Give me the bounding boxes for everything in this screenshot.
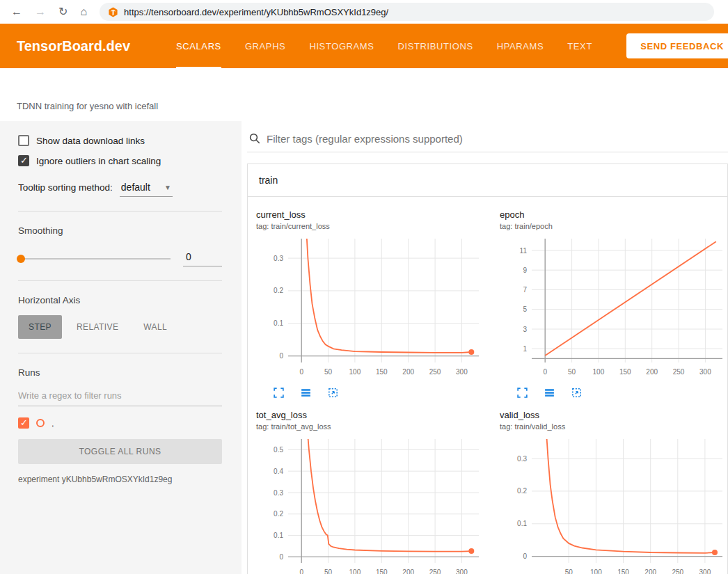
ignore-outliers-checkbox[interactable]: Ignore outliers in chart scaling [18,155,222,166]
svg-text:100: 100 [590,568,602,574]
back-icon[interactable]: ← [11,6,22,17]
svg-text:50: 50 [568,368,576,376]
filter-tags-row [247,132,728,152]
reload-icon[interactable]: ↻ [58,6,68,17]
tab-histograms[interactable]: HISTOGRAMS [309,24,374,68]
fit-domain-icon[interactable] [571,387,583,399]
svg-text:0: 0 [523,552,527,560]
runs-table-icon[interactable] [300,387,312,399]
svg-text:0.3: 0.3 [274,489,283,497]
scalars-main: train current_losstag: train/current_los… [242,121,728,574]
scalar-chart-card: epochtag: train/epoch0501001502002503001… [496,205,728,404]
tooltip-sorting-label: Tooltip sorting method: [18,182,113,193]
experiment-description: TDNN training for yesno with icefall [0,68,728,121]
horizontal-axis-buttons: STEPRELATIVEWALL [18,315,222,339]
tab-graphs[interactable]: GRAPHS [245,24,286,68]
expand-chart-icon[interactable] [516,387,528,399]
fit-domain-icon[interactable] [327,387,339,399]
axis-button-relative[interactable]: RELATIVE [66,315,129,339]
tab-scalars[interactable]: SCALARS [176,24,221,68]
svg-text:0: 0 [279,553,283,561]
checkbox-checked-icon [18,155,29,166]
line-chart[interactable]: 0501001502002503001357911 [500,233,728,382]
smoothing-slider[interactable] [18,258,171,260]
svg-text:0.3: 0.3 [517,455,527,463]
filter-tags-input[interactable] [267,133,728,145]
svg-text:250: 250 [673,368,685,376]
svg-text:250: 250 [429,568,441,574]
content-row: Show data download links Ignore outliers… [0,121,728,574]
svg-text:300: 300 [699,368,711,376]
svg-text:100: 100 [349,568,361,574]
axis-button-wall[interactable]: WALL [133,315,177,339]
tag-group-title[interactable]: train [248,164,727,197]
send-feedback-button[interactable]: SEND FEEDBACK [626,33,728,58]
divider [18,353,222,353]
svg-text:0.5: 0.5 [274,446,283,454]
svg-text:0: 0 [299,368,303,376]
svg-text:150: 150 [376,568,388,574]
scalar-chart-card: valid_losstag: train/valid_loss501001502… [496,406,728,574]
svg-text:200: 200 [402,368,414,376]
svg-text:0.2: 0.2 [517,487,527,495]
run-checkbox-checked-icon [18,417,29,429]
svg-text:7: 7 [523,286,527,294]
run-color-circle-icon [36,419,45,427]
svg-text:5: 5 [523,305,527,313]
tab-distributions[interactable]: DISTRIBUTIONS [398,24,473,68]
svg-text:100: 100 [349,368,361,376]
run-row[interactable]: . [18,417,222,429]
svg-text:200: 200 [646,368,658,376]
tag-group-card: train current_losstag: train/current_los… [247,164,728,574]
divider [18,280,222,281]
chart-tag: tag: train/tot_avg_loss [256,422,486,431]
line-chart[interactable]: 05010015020025030000.10.20.3 [256,233,486,382]
svg-text:1: 1 [523,345,527,353]
line-chart[interactable]: 5010015020025030000.10.20.3 [500,433,728,574]
address-bar[interactable]: https://tensorboard.dev/experiment/yKUbh… [100,3,714,21]
tooltip-sorting-dropdown[interactable]: default ▼ [120,182,173,197]
svg-text:300: 300 [456,368,468,376]
axis-button-step[interactable]: STEP [18,315,62,339]
smoothing-slider-row: 0 [18,251,222,266]
divider [18,211,222,212]
tab-hparams[interactable]: HPARAMS [497,24,544,68]
svg-text:0.1: 0.1 [274,532,283,539]
svg-text:0.4: 0.4 [274,468,283,475]
scalar-chart-card: tot_avg_losstag: train/tot_avg_loss05010… [252,406,486,574]
svg-text:11: 11 [520,247,528,255]
svg-text:300: 300 [699,568,711,574]
svg-text:150: 150 [376,368,388,376]
svg-text:3: 3 [523,326,527,333]
checkbox-unchecked-icon [18,135,29,146]
settings-sidebar: Show data download links Ignore outliers… [0,121,242,574]
forward-icon[interactable]: → [35,6,46,17]
runs-table-icon[interactable] [544,387,555,399]
svg-text:200: 200 [644,568,656,574]
smoothing-value[interactable]: 0 [183,251,222,266]
tab-text[interactable]: TEXT [567,24,592,68]
svg-text:0: 0 [279,352,283,360]
runs-filter-input[interactable] [18,386,222,406]
show-download-links-label: Show data download links [36,136,145,146]
svg-text:200: 200 [402,568,414,574]
expand-chart-icon[interactable] [273,387,285,399]
svg-text:9: 9 [523,266,527,274]
svg-text:0.2: 0.2 [274,510,283,518]
svg-text:0: 0 [299,568,303,574]
slider-thumb[interactable] [17,255,25,263]
runs-label: Runs [18,367,222,378]
chart-tag: tag: train/epoch [500,222,728,230]
line-chart[interactable]: 05010015020025030000.10.20.30.40.5 [256,433,486,574]
tensorboard-logo[interactable]: TensorBoard.dev [17,38,130,54]
svg-text:300: 300 [456,568,468,574]
page: ← → ↻ ⌂ https://tensorboard.dev/experime… [0,0,728,574]
svg-text:0.3: 0.3 [274,255,283,262]
tooltip-sorting-row: Tooltip sorting method: default ▼ [18,182,222,197]
show-download-links-checkbox[interactable]: Show data download links [18,135,222,146]
home-icon[interactable]: ⌂ [80,6,87,17]
toggle-all-runs-button[interactable]: TOGGLE ALL RUNS [18,439,222,464]
chevron-down-icon: ▼ [164,184,171,191]
svg-text:250: 250 [672,568,683,574]
tooltip-sorting-value: default [121,182,150,193]
